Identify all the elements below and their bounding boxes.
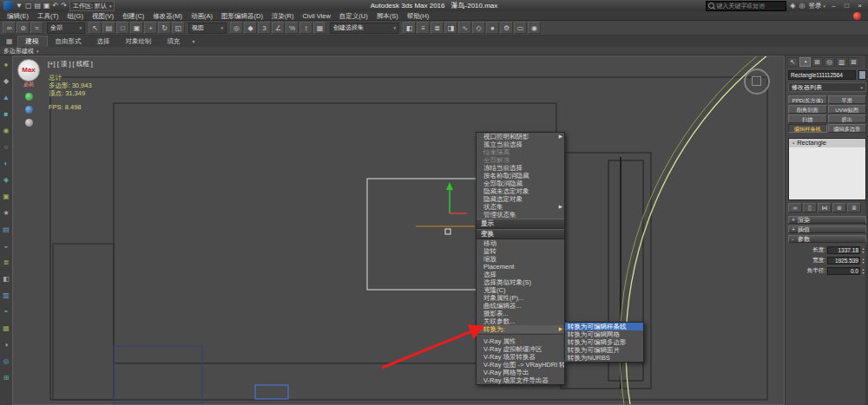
spinner-down-icon[interactable]: ▾ (862, 271, 864, 275)
pin-stack-icon[interactable]: ∞ (788, 203, 802, 212)
menubar-item[interactable]: 工具(T) (33, 11, 63, 21)
spinner-down-icon[interactable]: ▾ (862, 261, 864, 265)
max-logo-icon[interactable] (3, 1, 13, 10)
left-tool-icon[interactable]: ◆ (2, 76, 11, 86)
render-production-icon[interactable]: ◉ (528, 22, 541, 34)
schematic-view-icon[interactable]: ◇ (472, 22, 485, 34)
ribbon-collapse-icon[interactable]: ▾ (188, 36, 200, 47)
percent-snap-icon[interactable]: % (286, 22, 299, 34)
help-search[interactable] (706, 1, 786, 11)
context-menu-item[interactable]: 缩放 ▶ (477, 255, 564, 263)
layer-manager-icon[interactable]: ≣ (431, 22, 444, 34)
modifier-button[interactable]: 扫描 (788, 114, 827, 123)
remove-modifier-icon[interactable]: ⊗ (832, 203, 846, 212)
left-tool-icon[interactable]: ▣ (2, 192, 11, 201)
reference-coordinate-dropdown[interactable]: 视图 ▾ (188, 23, 227, 34)
rotate-icon[interactable]: ↻ (158, 22, 171, 34)
parameter-input[interactable]: 0.0 (827, 267, 860, 275)
render-setup-icon[interactable]: ⚙ (500, 22, 513, 34)
scale-icon[interactable]: ◱ (172, 22, 185, 34)
context-menu-item[interactable]: 按名称取消隐藏 ▶ (477, 172, 564, 180)
close-button[interactable]: × (855, 1, 865, 10)
stack-entry[interactable]: ▪Rectangle (789, 139, 865, 147)
context-menu-item[interactable]: 曲线编辑器... ▶ (477, 302, 564, 310)
material-editor-icon[interactable]: ● (486, 22, 499, 34)
maximize-button[interactable]: □ (842, 1, 852, 10)
viewport-label[interactable]: [+] [ 顶 ] [ 线框 ] (48, 60, 93, 69)
show-end-result-icon[interactable]: ▯ (803, 203, 817, 212)
left-tool-icon[interactable]: ▦ (2, 323, 11, 333)
menubar-item[interactable]: 动画(A) (187, 11, 217, 21)
left-tool-icon[interactable]: ■ (2, 109, 11, 119)
viewport[interactable]: [+] [ 顶 ] [ 线框 ] 总计 多边形: 30,943 顶点: 31,3… (12, 56, 785, 405)
spinner-stepper[interactable]: ▴ ▾ (860, 268, 866, 275)
menubar-item[interactable]: 渲染(R) (267, 11, 298, 21)
left-tool-icon[interactable]: ◈ (2, 175, 11, 185)
menubar-item[interactable]: 图形编辑器(D) (217, 11, 267, 21)
left-tool-icon[interactable]: ◑ (2, 340, 11, 349)
context-menu-item[interactable]: 全部取消隐藏 ▶ (477, 180, 564, 187)
curve-editor-icon[interactable]: ∿ (458, 22, 471, 34)
viewcube-compass-icon[interactable] (744, 69, 770, 95)
context-menu-item[interactable]: 结束隔离 ▶ (477, 148, 564, 156)
named-selection-dropdown[interactable]: 创建选择集 ▾ (330, 23, 399, 34)
spinner-stepper[interactable]: ▴ ▾ (860, 258, 866, 265)
guard-plugin-icon[interactable] (853, 12, 861, 20)
ribbon-tab[interactable]: 对象绘制 (118, 36, 160, 47)
context-menu-item[interactable]: 摄影表... ▶ (477, 310, 564, 317)
context-menu-item[interactable]: V-Ray 属性 ▶ (477, 337, 564, 345)
plugin-logo-icon[interactable]: Max (17, 59, 40, 82)
parameter-input[interactable]: 1925.539 (827, 257, 860, 265)
context-menu-item[interactable]: 隐藏未选定对象 ▶ (477, 187, 564, 195)
tab-create[interactable]: ↖ (787, 57, 799, 67)
modifier-button[interactable]: UVW贴图 (828, 105, 867, 114)
context-menu-item[interactable]: 隐藏选定对象 ▶ (477, 195, 564, 203)
context-menu-item[interactable]: 管理状态集 ▶ (477, 211, 564, 219)
selection-filter-dropdown[interactable]: 全部 ▾ (47, 23, 85, 34)
submenu-item[interactable]: 转换为可编辑样条线 (565, 323, 643, 330)
context-menu-item[interactable]: 视口照明和阴影 ▶ (477, 133, 564, 140)
rollout-header[interactable]: -参数 (788, 235, 866, 243)
select-by-name-icon[interactable]: ▤ (102, 22, 115, 34)
left-tool-icon[interactable]: ◐ (2, 159, 11, 168)
spinner-down-icon[interactable]: ▾ (862, 251, 864, 254)
select-and-manipulate-icon[interactable]: ◆ (244, 22, 257, 34)
ribbon-tab[interactable]: 建模 (17, 36, 48, 47)
tab-hierarchy[interactable]: ⊞ (812, 57, 823, 67)
modifier-list-dropdown[interactable]: 修改器列表 ▾ (788, 82, 866, 92)
new-file-icon[interactable]: ▢ (25, 1, 32, 10)
plugin-blue-icon[interactable] (25, 106, 33, 114)
modifier-button[interactable]: 编辑样条线 (788, 124, 827, 133)
make-unique-icon[interactable]: ⋈ (818, 203, 832, 212)
left-tool-icon[interactable]: ◓ (2, 307, 11, 317)
menubar-item[interactable]: 创建(C) (118, 11, 148, 21)
left-tool-icon[interactable]: ◎ (2, 356, 11, 366)
tab-modify[interactable]: ◔ (799, 57, 811, 67)
ribbon-tab[interactable]: 选择 (89, 36, 118, 47)
move-icon[interactable]: + (144, 22, 157, 34)
open-file-icon[interactable]: ▤ (34, 1, 41, 10)
submenu-item[interactable]: 转换为可编辑多边形 (565, 338, 643, 346)
left-tool-icon[interactable]: ○ (2, 142, 11, 152)
context-menu-item[interactable]: 选择类似对象(S) ▶ (477, 278, 564, 286)
modifier-button[interactable]: 削角剖面 (788, 105, 827, 114)
left-tool-icon[interactable]: ◒ (2, 241, 11, 251)
menubar-item[interactable]: 自定义(U) (335, 11, 372, 21)
submenu-item[interactable]: 转换为可编辑面片 (565, 346, 643, 354)
plugin-gray-icon[interactable] (25, 119, 33, 127)
rollout-header[interactable]: +渲染 (788, 216, 866, 224)
object-color-swatch[interactable] (858, 70, 866, 80)
left-tool-icon[interactable]: ★ (2, 208, 11, 218)
spinner-stepper[interactable]: ▴ ▾ (860, 247, 866, 254)
left-tool-icon[interactable]: ≣ (2, 258, 11, 267)
submenu-item[interactable]: 转换为可编辑网格 (565, 330, 643, 338)
ribbon-grid-icon[interactable]: ▦ (2, 36, 17, 47)
object-name-field[interactable]: Rectangle111112564 (788, 70, 856, 80)
context-menu-item[interactable]: 移动 ▶ (477, 239, 564, 247)
context-menu-item[interactable]: 冻结当前选择 ▶ (477, 164, 564, 172)
menubar-item[interactable]: 视图(V) (88, 11, 118, 21)
left-tool-icon[interactable]: ◉ (2, 126, 11, 135)
sign-in-button[interactable]: 登录 ▾ (808, 2, 825, 10)
menubar-item[interactable]: 脚本(S) (372, 11, 403, 21)
spinner-snap-icon[interactable]: ↕ (299, 22, 312, 34)
